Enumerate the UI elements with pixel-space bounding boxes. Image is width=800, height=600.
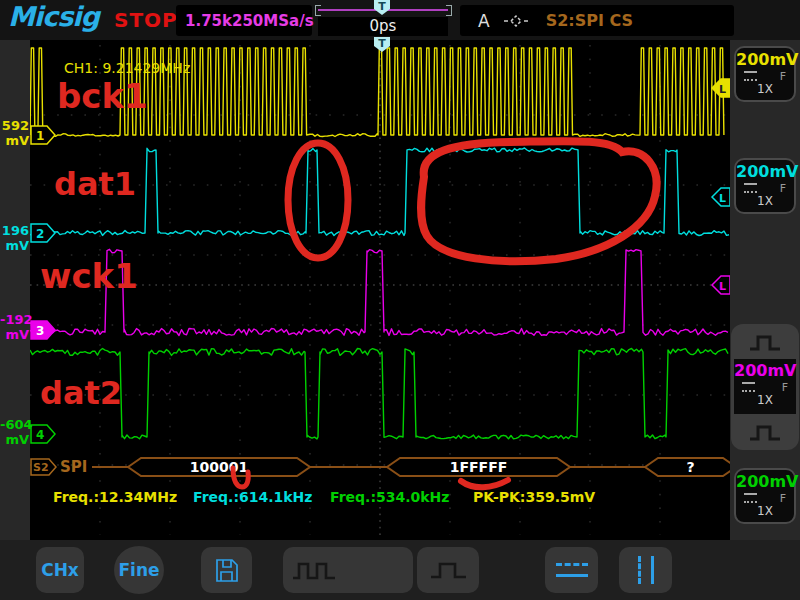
ch4-probe-ratio: 1X [736, 504, 794, 518]
solid-vline-icon [651, 556, 654, 584]
single-pulse-icon [428, 556, 468, 584]
right-sidebar [730, 40, 800, 540]
ch3-coupling-label: F [782, 381, 788, 394]
pulse-train-icon [291, 555, 343, 585]
ch1-probe-ratio: 1X [736, 82, 794, 96]
bottom-toolbar: CHx Fine 500ns 03:30 [0, 540, 800, 600]
ch2-coupling-icon [744, 183, 757, 193]
ch1-offset-label: 592mV [0, 118, 29, 148]
measurement-ch2-freq[interactable]: Freq.:614.1kHz [193, 489, 312, 505]
left-margin [0, 40, 30, 540]
annotation-dat2: dat2 [40, 374, 122, 412]
ch4-coupling-icon [744, 493, 757, 503]
vertical-cursors-button[interactable] [619, 547, 672, 593]
trigger-position-value[interactable]: 0ps [318, 17, 448, 36]
annotation-dat1: dat1 [54, 165, 136, 203]
horizontal-cursors-button[interactable] [545, 547, 598, 593]
trigger-info-panel[interactable]: A S2:SPI CS [460, 5, 734, 36]
zoom-pulse-button[interactable] [417, 547, 479, 593]
ch3-scale-group: 200mV F 1X [731, 324, 799, 450]
ch1-coupling-label: F [780, 70, 786, 83]
pulse-down-icon [747, 420, 783, 444]
ch4-offset-label: -604mV [0, 417, 29, 447]
trigger-source-text: S2:SPI CS [546, 11, 633, 30]
dashed-vline-icon [638, 556, 641, 584]
ch3-coupling-icon [742, 382, 755, 392]
trigger-window-right-bracket [446, 5, 452, 16]
bus-protocol-label[interactable]: SPI [60, 458, 87, 476]
annotation-bck1: bck1 [57, 76, 148, 116]
ch1-scale-box[interactable]: 200mV F 1X [734, 46, 796, 102]
top-bar: Micsig STOP 1.75k 250MSa/s T 0ps A S2:SP… [0, 0, 800, 40]
sample-depth: 1.75k [185, 12, 232, 30]
ch2-scale-value: 200mV [736, 162, 794, 181]
ch3-scale-down-button[interactable] [747, 420, 783, 448]
ch4-scale-value: 200mV [736, 472, 794, 491]
save-button[interactable] [201, 547, 252, 593]
run-stop-status[interactable]: STOP [114, 8, 178, 32]
ch1-frequency-readout: CH1: 9.21429MHz [64, 60, 190, 76]
trigger-type-icon [502, 13, 530, 29]
measurement-pkpk[interactable]: PK-PK:359.5mV [473, 489, 595, 505]
brand-logo: Micsig [8, 1, 99, 32]
trigger-time-marker-icon[interactable]: T [374, 0, 390, 15]
ch2-coupling-label: F [780, 182, 786, 195]
measurement-ch1-freq[interactable]: Freq.:12.34MHz [53, 489, 177, 505]
ch3-offset-label: -192mV [0, 312, 29, 342]
ch3-scale-box[interactable]: 200mV F 1X [734, 359, 796, 414]
ch3-probe-ratio: 1X [734, 393, 796, 407]
ch2-offset-label: 196mV [0, 223, 29, 253]
pulse-up-icon [747, 330, 783, 354]
fine-button[interactable]: Fine [114, 546, 164, 594]
ch3-scale-value: 200mV [734, 361, 796, 380]
timebase-panel[interactable] [283, 547, 413, 593]
ch1-coupling-icon [744, 71, 757, 81]
annotation-wck1: wck1 [40, 256, 138, 296]
ch2-scale-box[interactable]: 200mV F 1X [734, 158, 796, 214]
ch1-scale-value: 200mV [736, 50, 794, 69]
measurement-ch4-freq[interactable]: Freq.:534.0kHz [330, 489, 449, 505]
ch3-scale-up-button[interactable] [747, 330, 783, 358]
sample-rate: 250MSa/s [232, 12, 314, 30]
acquisition-panel[interactable]: 1.75k 250MSa/s [176, 5, 312, 36]
ch4-scale-box[interactable]: 200mV F 1X [734, 468, 796, 524]
oscilloscope-screen: 1000011FFFFF?S21234LLL Micsig STOP 1.75k… [0, 0, 800, 600]
ch4-coupling-label: F [780, 492, 786, 505]
dashed-hline-icon [556, 563, 588, 566]
save-icon [213, 557, 240, 584]
solid-hline-icon [556, 574, 588, 577]
trigger-channel-label: A [478, 11, 490, 31]
ch2-probe-ratio: 1X [736, 194, 794, 208]
chx-button[interactable]: CHx [36, 547, 84, 593]
